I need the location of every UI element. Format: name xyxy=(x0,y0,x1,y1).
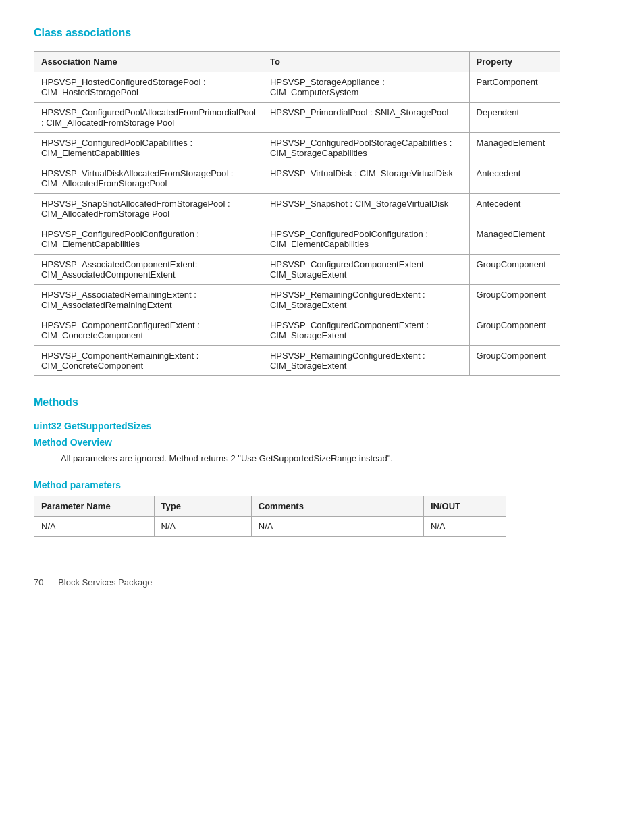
assoc-to-cell: HPSVSP_StorageAppliance : CIM_ComputerSy… xyxy=(263,72,469,103)
method-overview-text: All parameters are ignored. Method retur… xyxy=(61,453,610,463)
param-col-name: Parameter Name xyxy=(34,496,155,517)
assoc-to-cell: HPSVSP_PrimordialPool : SNIA_StoragePool xyxy=(263,103,469,133)
assoc-name-cell: HPSVSP_ComponentConfiguredExtent : CIM_C… xyxy=(34,315,263,346)
table-row: HPSVSP_ConfiguredPoolAllocatedFromPrimor… xyxy=(34,103,560,133)
assoc-to-cell: HPSVSP_ConfiguredComponentExtent CIM_Sto… xyxy=(263,255,469,285)
associations-table: Association Name To Property HPSVSP_Host… xyxy=(34,51,560,376)
assoc-to-cell: HPSVSP_ConfiguredPoolConfiguration : CIM… xyxy=(263,224,469,255)
table-header-row: Association Name To Property xyxy=(34,52,560,72)
footer-page: 70 xyxy=(34,577,43,588)
assoc-name-cell: HPSVSP_VirtualDiskAllocatedFromStoragePo… xyxy=(34,163,263,194)
method-parameters-section: Method parameters Parameter Name Type Co… xyxy=(34,479,610,537)
assoc-name-cell: HPSVSP_ComponentRemainingExtent : CIM_Co… xyxy=(34,346,263,376)
param-col-comments: Comments xyxy=(251,496,423,517)
param-comments-cell: N/A xyxy=(251,517,423,537)
assoc-name-cell: HPSVSP_ConfiguredPoolAllocatedFromPrimor… xyxy=(34,103,263,133)
assoc-property-cell: Dependent xyxy=(469,103,560,133)
assoc-property-cell: PartComponent xyxy=(469,72,560,103)
param-col-type: Type xyxy=(154,496,251,517)
param-col-inout: IN/OUT xyxy=(423,496,506,517)
param-name-cell: N/A xyxy=(34,517,155,537)
assoc-property-cell: Antecedent xyxy=(469,194,560,224)
assoc-name-cell: HPSVSP_ConfiguredPoolConfiguration : CIM… xyxy=(34,224,263,255)
table-row: HPSVSP_ConfiguredPoolConfiguration : CIM… xyxy=(34,224,560,255)
table-row: HPSVSP_AssociatedComponentExtent: CIM_As… xyxy=(34,255,560,285)
parameters-table: Parameter Name Type Comments IN/OUT N/A … xyxy=(34,496,506,537)
method-overview-heading: Method Overview xyxy=(34,437,610,448)
method-parameters-heading: Method parameters xyxy=(34,479,610,490)
param-header-row: Parameter Name Type Comments IN/OUT xyxy=(34,496,506,517)
col-to: To xyxy=(263,52,469,72)
methods-section: Methods uint32 GetSupportedSizes Method … xyxy=(34,396,610,537)
param-inout-cell: N/A xyxy=(423,517,506,537)
class-associations-heading: Class associations xyxy=(34,27,610,39)
param-row: N/A N/A N/A N/A xyxy=(34,517,506,537)
param-type-cell: N/A xyxy=(154,517,251,537)
table-row: HPSVSP_VirtualDiskAllocatedFromStoragePo… xyxy=(34,163,560,194)
col-property: Property xyxy=(469,52,560,72)
method-name: uint32 GetSupportedSizes xyxy=(34,421,610,432)
methods-heading: Methods xyxy=(34,396,610,409)
assoc-to-cell: HPSVSP_ConfiguredPoolStorageCapabilities… xyxy=(263,133,469,163)
footer: 70 Block Services Package xyxy=(34,577,610,588)
col-association-name: Association Name xyxy=(34,52,263,72)
footer-text: Block Services Package xyxy=(58,577,152,588)
table-row: HPSVSP_ComponentConfiguredExtent : CIM_C… xyxy=(34,315,560,346)
table-row: HPSVSP_AssociatedRemainingExtent : CIM_A… xyxy=(34,285,560,315)
assoc-property-cell: GroupComponent xyxy=(469,346,560,376)
assoc-to-cell: HPSVSP_ConfiguredComponentExtent : CIM_S… xyxy=(263,315,469,346)
table-row: HPSVSP_ConfiguredPoolCapabilities : CIM_… xyxy=(34,133,560,163)
assoc-to-cell: HPSVSP_VirtualDisk : CIM_StorageVirtualD… xyxy=(263,163,469,194)
assoc-name-cell: HPSVSP_AssociatedRemainingExtent : CIM_A… xyxy=(34,285,263,315)
assoc-property-cell: GroupComponent xyxy=(469,255,560,285)
table-row: HPSVSP_ComponentRemainingExtent : CIM_Co… xyxy=(34,346,560,376)
assoc-property-cell: ManagedElement xyxy=(469,224,560,255)
assoc-name-cell: HPSVSP_SnapShotAllocatedFromStoragePool … xyxy=(34,194,263,224)
table-row: HPSVSP_SnapShotAllocatedFromStoragePool … xyxy=(34,194,560,224)
assoc-property-cell: GroupComponent xyxy=(469,315,560,346)
assoc-property-cell: Antecedent xyxy=(469,163,560,194)
assoc-to-cell: HPSVSP_Snapshot : CIM_StorageVirtualDisk xyxy=(263,194,469,224)
assoc-name-cell: HPSVSP_AssociatedComponentExtent: CIM_As… xyxy=(34,255,263,285)
assoc-to-cell: HPSVSP_RemainingConfiguredExtent : CIM_S… xyxy=(263,285,469,315)
assoc-property-cell: GroupComponent xyxy=(469,285,560,315)
table-row: HPSVSP_HostedConfiguredStoragePool : CIM… xyxy=(34,72,560,103)
assoc-to-cell: HPSVSP_RemainingConfiguredExtent : CIM_S… xyxy=(263,346,469,376)
assoc-property-cell: ManagedElement xyxy=(469,133,560,163)
method-overview-section: Method Overview All parameters are ignor… xyxy=(34,437,610,463)
class-associations-section: Class associations Association Name To P… xyxy=(34,27,610,376)
assoc-name-cell: HPSVSP_ConfiguredPoolCapabilities : CIM_… xyxy=(34,133,263,163)
assoc-name-cell: HPSVSP_HostedConfiguredStoragePool : CIM… xyxy=(34,72,263,103)
